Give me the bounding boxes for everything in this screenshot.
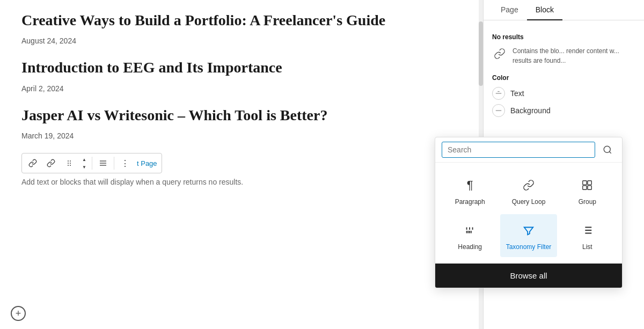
scroll-thumb — [479, 21, 483, 86]
post-title-2: Introduction to EEG and Its Importance — [21, 58, 462, 77]
svg-point-9 — [604, 146, 610, 152]
post-entry-1: Creative Ways to Build a Portfolio: A Fr… — [21, 11, 462, 45]
move-down-button[interactable]: ▼ — [79, 163, 90, 171]
color-section: Color Text Background — [492, 74, 635, 117]
more-options-button[interactable]: ⋮ — [116, 155, 134, 172]
query-note: Add text or blocks that will display whe… — [21, 178, 462, 186]
svg-line-10 — [609, 151, 611, 153]
block-item-taxonomy-filter[interactable]: Taxonomy Filter — [500, 214, 557, 257]
block-inserter-popup: ¶ Paragraph Query Loop — [435, 137, 623, 288]
post-date-2: April 2, 2024 — [21, 84, 462, 93]
svg-point-1 — [70, 160, 71, 162]
background-color-label: Background — [510, 106, 551, 115]
no-results-label: No results — [492, 33, 635, 41]
search-icon[interactable] — [599, 142, 616, 158]
svg-rect-12 — [588, 181, 591, 185]
tab-page[interactable]: Page — [492, 0, 527, 20]
query-loop-icon — [519, 176, 538, 195]
post-date-1: August 24, 2024 — [21, 36, 462, 45]
move-up-down[interactable]: ▲ ▼ — [79, 156, 90, 171]
svg-point-2 — [68, 163, 69, 164]
post-title-3: Jasper AI vs Writesonic – Which Tool is … — [21, 106, 462, 125]
text-color-label: Text — [510, 89, 524, 98]
inline-toolbar: ▲ ▼ ⋮ t Page — [21, 153, 162, 173]
block-item-list[interactable]: List — [559, 214, 616, 257]
block-label-heading: Heading — [458, 243, 482, 251]
toolbar-divider-1 — [92, 157, 92, 170]
svg-rect-11 — [583, 181, 587, 185]
no-results-icon — [492, 46, 507, 61]
svg-point-0 — [68, 160, 69, 162]
sidebar-tabs: Page Block — [484, 0, 644, 20]
block-label-taxonomy-filter: Taxonomy Filter — [506, 243, 552, 251]
svg-rect-13 — [583, 186, 587, 189]
block-item-heading[interactable]: Heading — [442, 214, 498, 257]
svg-rect-14 — [588, 186, 591, 189]
post-entry-2: Introduction to EEG and Its Importance A… — [21, 58, 462, 92]
block-item-query-loop[interactable]: Query Loop — [500, 169, 557, 212]
main-content: Creative Ways to Build a Portfolio: A Fr… — [0, 0, 483, 329]
color-background-item: Background — [492, 104, 635, 117]
group-icon — [577, 176, 597, 195]
toolbar-divider-2 — [114, 157, 114, 170]
no-results-item: Contains the blo... render content w... … — [492, 46, 635, 65]
list-icon — [577, 221, 597, 240]
post-title-1: Creative Ways to Build a Portfolio: A Fr… — [21, 11, 462, 30]
block-label-list: List — [582, 243, 592, 251]
page-link[interactable]: t Page — [135, 159, 159, 167]
heading-icon — [460, 221, 480, 240]
svg-point-4 — [68, 165, 69, 166]
link-button-2[interactable] — [42, 155, 60, 172]
block-item-paragraph[interactable]: ¶ Paragraph — [442, 169, 498, 212]
color-text-item: Text — [492, 87, 635, 100]
svg-point-3 — [70, 163, 71, 164]
posts-list: Creative Ways to Build a Portfolio: A Fr… — [21, 11, 462, 140]
block-item-group[interactable]: Group — [559, 169, 616, 212]
taxonomy-filter-icon — [519, 221, 538, 240]
inserter-search-input[interactable] — [442, 142, 595, 158]
block-label-group: Group — [579, 198, 596, 206]
drag-handle-button[interactable] — [61, 155, 78, 172]
align-button[interactable] — [94, 155, 112, 172]
post-date-3: March 19, 2024 — [21, 131, 462, 140]
block-label-query-loop: Query Loop — [512, 198, 546, 206]
paragraph-icon: ¶ — [460, 176, 480, 195]
browse-all-button[interactable]: Browse all — [435, 264, 622, 288]
no-results-description: Contains the blo... render content w... … — [513, 46, 635, 65]
background-color-swatch[interactable] — [492, 104, 505, 117]
link-button-1[interactable] — [24, 155, 41, 172]
svg-point-5 — [70, 165, 71, 166]
block-label-paragraph: Paragraph — [455, 198, 485, 206]
move-up-button[interactable]: ▲ — [79, 156, 90, 163]
inserter-search-container — [435, 137, 622, 163]
block-grid: ¶ Paragraph Query Loop — [435, 163, 622, 264]
post-entry-3: Jasper AI vs Writesonic – Which Tool is … — [21, 106, 462, 140]
tab-block[interactable]: Block — [527, 0, 562, 20]
add-block-button[interactable]: + — [11, 306, 26, 321]
color-section-label: Color — [492, 74, 635, 82]
svg-marker-15 — [524, 228, 533, 235]
text-color-swatch[interactable] — [492, 87, 505, 100]
